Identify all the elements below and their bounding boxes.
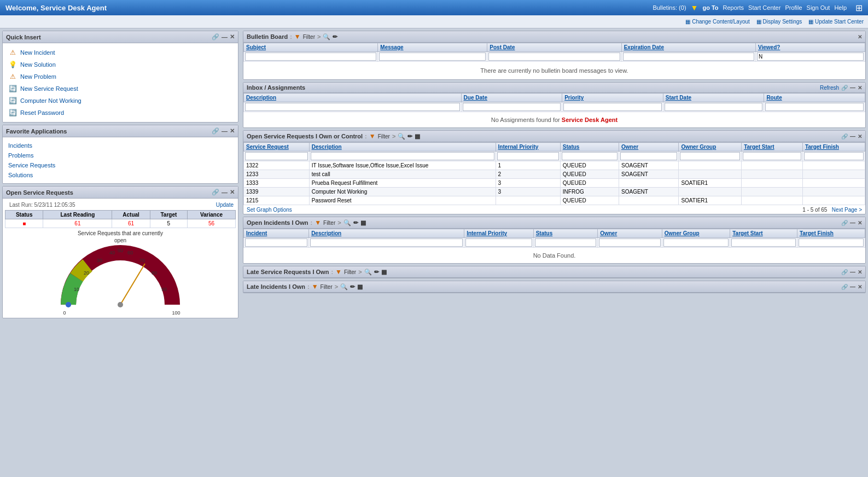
oi-filter-icon[interactable]: ▼ [314, 219, 321, 226]
li-filter-icon[interactable]: ▼ [312, 283, 318, 290]
change-content-link[interactable]: ▦ Change Content/Layout [685, 19, 749, 25]
bb-viewed-header[interactable]: Viewed? [756, 43, 865, 52]
sr-status-col-header[interactable]: Status [560, 143, 619, 152]
li-filter-label[interactable]: Filter [321, 284, 333, 290]
bb-search-icon[interactable]: 🔍 [323, 33, 330, 40]
oi-close-icon[interactable]: ✕ [858, 220, 862, 226]
osr-edit-icon[interactable]: ✏ [407, 133, 412, 140]
fav-service-requests[interactable]: Service Requests [6, 160, 235, 170]
sr-desc-col-header[interactable]: Description [309, 143, 496, 152]
inbox-route-header[interactable]: Route [764, 94, 865, 102]
osr-table-link-icon[interactable]: 🔗 [841, 133, 848, 139]
display-settings-link[interactable]: ▦ Display Settings [756, 19, 802, 25]
sr-next-page[interactable]: Next Page [832, 207, 858, 213]
inbox-link-icon[interactable]: 🔗 [841, 85, 848, 91]
sr-priority-col-header[interactable]: Internal Priority [496, 143, 560, 152]
new-solution-item[interactable]: 💡 New Solution [6, 59, 235, 71]
lsr-close-icon[interactable]: ✕ [858, 269, 862, 275]
bulletins-link[interactable]: Bulletins: (0) [653, 4, 686, 11]
inbox-priority-filter[interactable] [563, 103, 662, 111]
bb-post-date-filter[interactable] [488, 53, 620, 61]
computer-not-working-item[interactable]: 🔄 Computer Not Working [6, 95, 235, 107]
sign-out-link[interactable]: Sign Out [807, 4, 830, 11]
sr-target-start-col-header[interactable]: Target Start [742, 143, 803, 152]
li-link-icon[interactable]: 🔗 [841, 284, 848, 290]
bb-close-icon[interactable]: ✕ [858, 34, 862, 40]
bb-post-date-header[interactable]: Post Date [487, 43, 621, 52]
table-row[interactable]: 1233 test call 2 QUEUED SOAGENT [244, 170, 865, 179]
lsr-filter-label[interactable]: Filter [344, 269, 356, 275]
quick-insert-minimize-icon[interactable]: — [222, 34, 228, 40]
bb-message-filter[interactable] [379, 53, 486, 61]
sr-status-filter[interactable] [562, 152, 617, 160]
help-link[interactable]: Help [834, 4, 847, 11]
fav-minimize-icon[interactable]: — [222, 128, 228, 135]
osr-table-minimize-icon[interactable]: — [850, 133, 855, 139]
bb-message-header[interactable]: Message [378, 43, 487, 52]
sr-owner-filter[interactable] [620, 152, 677, 160]
sr-col-header[interactable]: Service Request [244, 143, 310, 152]
oi-link-icon[interactable]: 🔗 [841, 220, 848, 226]
li-close-icon[interactable]: ✕ [858, 284, 862, 290]
osr-close-icon[interactable]: ✕ [230, 189, 235, 196]
new-incident-item[interactable]: ⚠ New Incident [6, 46, 235, 59]
reset-password-item[interactable]: 🔄 Reset Password [6, 107, 235, 119]
oi-grid-icon[interactable]: ▦ [360, 219, 366, 226]
table-row[interactable]: 1322 IT Issue,Software Issue,Office Issu… [244, 161, 865, 170]
quick-insert-close-icon[interactable]: ✕ [230, 33, 235, 40]
oi-desc-header[interactable]: Description [309, 229, 464, 238]
grid-icon[interactable]: ⊞ [855, 3, 863, 13]
sr-owner-group-col-header[interactable]: Owner Group [679, 143, 742, 152]
oi-target-finish-header[interactable]: Target Finish [797, 229, 865, 238]
new-service-request-item[interactable]: 🔄 New Service Request [6, 83, 235, 95]
lsr-edit-icon[interactable]: ✏ [374, 269, 379, 276]
oi-owner-group-header[interactable]: Owner Group [662, 229, 730, 238]
bb-subject-header[interactable]: Subject [244, 43, 378, 52]
osr-table-close-icon[interactable]: ✕ [858, 133, 862, 139]
lsr-grid-icon[interactable]: ▦ [381, 269, 387, 276]
table-row[interactable]: 1339 Computer Not Working 3 INFROG SOAGE… [244, 188, 865, 196]
fav-link-icon[interactable]: 🔗 [212, 127, 219, 135]
osr-minimize-icon[interactable]: — [222, 189, 228, 196]
inbox-start-date-header[interactable]: Start Date [663, 94, 764, 102]
sr-target-finish-col-header[interactable]: Target Finish [802, 143, 865, 152]
li-search-icon[interactable]: 🔍 [340, 283, 348, 290]
oi-status-header[interactable]: Status [533, 229, 598, 238]
sr-target-start-filter[interactable] [743, 152, 801, 160]
sr-target-finish-filter[interactable] [804, 152, 864, 160]
bb-subject-filter[interactable] [245, 53, 376, 61]
table-row[interactable]: 1333 Prueba Request Fulfillment 3 QUEUED… [244, 179, 865, 188]
fav-incidents[interactable]: Incidents [6, 141, 235, 150]
update-start-center-link[interactable]: ▦ Update Start Center [808, 19, 864, 25]
fav-solutions[interactable]: Solutions [6, 170, 235, 180]
quick-insert-link-icon[interactable]: 🔗 [212, 33, 219, 40]
lsr-search-icon[interactable]: 🔍 [364, 269, 372, 276]
update-link[interactable]: Update [216, 202, 234, 208]
oi-priority-header[interactable]: Internal Priority [464, 229, 534, 238]
inbox-desc-header[interactable]: Description [244, 94, 462, 102]
lsr-filter-icon[interactable]: ▼ [335, 268, 342, 276]
oi-filter-label[interactable]: Filter [323, 220, 335, 226]
oi-search-icon[interactable]: 🔍 [343, 219, 351, 226]
fav-close-icon[interactable]: ✕ [230, 127, 235, 135]
oi-owner-header[interactable]: Owner [598, 229, 662, 238]
oi-desc-filter[interactable] [310, 238, 463, 247]
osr-filter-icon[interactable]: ▼ [369, 132, 376, 140]
li-edit-icon[interactable]: ✏ [350, 283, 355, 290]
inbox-start-date-filter[interactable] [665, 103, 763, 111]
osr-filter-label[interactable]: Filter [378, 133, 390, 139]
oi-edit-icon[interactable]: ✏ [353, 219, 358, 226]
inbox-priority-header[interactable]: Priority [562, 94, 663, 102]
inbox-due-date-filter[interactable] [463, 103, 561, 111]
osr-link-icon[interactable]: 🔗 [212, 189, 219, 196]
goto-link[interactable]: go To [702, 4, 718, 11]
inbox-refresh-link[interactable]: Refresh [820, 85, 839, 91]
sr-desc-filter[interactable] [311, 152, 494, 160]
fav-problems[interactable]: Problems [6, 150, 235, 160]
li-grid-icon[interactable]: ▦ [357, 283, 363, 290]
bb-exp-date-filter[interactable] [623, 53, 754, 61]
oi-target-start-header[interactable]: Target Start [730, 229, 797, 238]
osr-search-icon[interactable]: 🔍 [398, 133, 405, 140]
oi-incident-header[interactable]: Incident [244, 229, 309, 238]
sr-priority-filter[interactable] [497, 152, 559, 160]
